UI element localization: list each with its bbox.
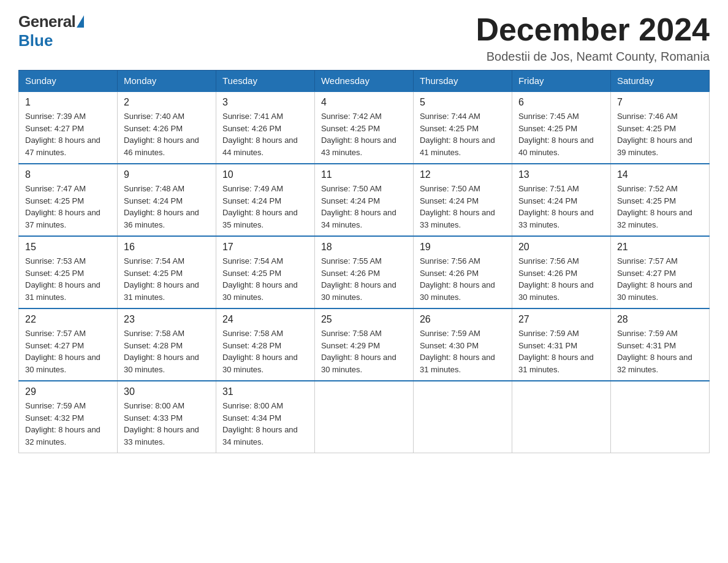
day-number: 10 <box>222 169 308 180</box>
day-info: Sunrise: 8:00 AM Sunset: 4:34 PM Dayligh… <box>222 400 308 448</box>
day-number: 16 <box>124 242 210 253</box>
day-info: Sunrise: 7:50 AM Sunset: 4:24 PM Dayligh… <box>321 183 407 231</box>
day-info: Sunrise: 7:45 AM Sunset: 4:25 PM Dayligh… <box>518 110 604 158</box>
day-number: 5 <box>420 97 506 108</box>
calendar-cell: 14 Sunrise: 7:52 AM Sunset: 4:25 PM Dayl… <box>610 164 709 236</box>
day-number: 29 <box>25 386 111 397</box>
day-info: Sunrise: 7:56 AM Sunset: 4:26 PM Dayligh… <box>518 255 604 303</box>
calendar-header-row: SundayMondayTuesdayWednesdayThursdayFrid… <box>19 71 710 92</box>
calendar-cell: 24 Sunrise: 7:58 AM Sunset: 4:28 PM Dayl… <box>216 308 314 381</box>
calendar-week-row: 1 Sunrise: 7:39 AM Sunset: 4:27 PM Dayli… <box>19 91 710 164</box>
day-number: 14 <box>617 169 703 180</box>
calendar-cell: 8 Sunrise: 7:47 AM Sunset: 4:25 PM Dayli… <box>19 164 118 236</box>
day-info: Sunrise: 7:55 AM Sunset: 4:26 PM Dayligh… <box>321 255 407 303</box>
day-info: Sunrise: 7:54 AM Sunset: 4:25 PM Dayligh… <box>124 255 210 303</box>
day-info: Sunrise: 7:57 AM Sunset: 4:27 PM Dayligh… <box>617 255 703 303</box>
calendar-cell <box>610 381 709 453</box>
logo-blue-text: Blue <box>18 31 53 50</box>
calendar-cell: 23 Sunrise: 7:58 AM Sunset: 4:28 PM Dayl… <box>117 308 216 381</box>
calendar-week-row: 8 Sunrise: 7:47 AM Sunset: 4:25 PM Dayli… <box>19 164 710 236</box>
day-info: Sunrise: 7:59 AM Sunset: 4:31 PM Dayligh… <box>617 327 703 375</box>
calendar-cell: 4 Sunrise: 7:42 AM Sunset: 4:25 PM Dayli… <box>314 91 413 164</box>
day-number: 26 <box>420 314 506 325</box>
calendar-cell: 31 Sunrise: 8:00 AM Sunset: 4:34 PM Dayl… <box>216 381 314 453</box>
day-info: Sunrise: 7:58 AM Sunset: 4:28 PM Dayligh… <box>222 327 308 375</box>
day-number: 17 <box>222 242 308 253</box>
calendar-week-row: 22 Sunrise: 7:57 AM Sunset: 4:27 PM Dayl… <box>19 308 710 381</box>
day-number: 19 <box>420 242 506 253</box>
day-number: 7 <box>617 97 703 108</box>
day-info: Sunrise: 7:52 AM Sunset: 4:25 PM Dayligh… <box>617 183 703 231</box>
calendar-cell <box>512 381 610 453</box>
calendar-cell: 19 Sunrise: 7:56 AM Sunset: 4:26 PM Dayl… <box>413 236 512 308</box>
month-title: December 2024 <box>476 12 710 47</box>
day-number: 1 <box>25 97 111 108</box>
day-info: Sunrise: 7:41 AM Sunset: 4:26 PM Dayligh… <box>222 110 308 158</box>
day-info: Sunrise: 7:59 AM Sunset: 4:30 PM Dayligh… <box>420 327 506 375</box>
weekday-header-sunday: Sunday <box>19 71 118 92</box>
calendar-cell: 1 Sunrise: 7:39 AM Sunset: 4:27 PM Dayli… <box>19 91 118 164</box>
day-number: 24 <box>222 314 308 325</box>
calendar-cell: 13 Sunrise: 7:51 AM Sunset: 4:24 PM Dayl… <box>512 164 610 236</box>
calendar-cell: 16 Sunrise: 7:54 AM Sunset: 4:25 PM Dayl… <box>117 236 216 308</box>
day-number: 15 <box>25 242 111 253</box>
day-info: Sunrise: 7:59 AM Sunset: 4:32 PM Dayligh… <box>25 400 111 448</box>
day-info: Sunrise: 7:40 AM Sunset: 4:26 PM Dayligh… <box>124 110 210 158</box>
calendar-cell <box>314 381 413 453</box>
calendar-week-row: 29 Sunrise: 7:59 AM Sunset: 4:32 PM Dayl… <box>19 381 710 453</box>
calendar-cell: 2 Sunrise: 7:40 AM Sunset: 4:26 PM Dayli… <box>117 91 216 164</box>
day-number: 31 <box>222 386 308 397</box>
calendar-cell: 11 Sunrise: 7:50 AM Sunset: 4:24 PM Dayl… <box>314 164 413 236</box>
day-info: Sunrise: 7:54 AM Sunset: 4:25 PM Dayligh… <box>222 255 308 303</box>
calendar-cell: 21 Sunrise: 7:57 AM Sunset: 4:27 PM Dayl… <box>610 236 709 308</box>
weekday-header-friday: Friday <box>512 71 610 92</box>
calendar-cell: 15 Sunrise: 7:53 AM Sunset: 4:25 PM Dayl… <box>19 236 118 308</box>
page-header: General Blue December 2024 Bodestii de J… <box>18 12 710 64</box>
calendar-cell: 9 Sunrise: 7:48 AM Sunset: 4:24 PM Dayli… <box>117 164 216 236</box>
title-block: December 2024 Bodestii de Jos, Neamt Cou… <box>476 12 710 64</box>
day-number: 27 <box>518 314 604 325</box>
day-number: 21 <box>617 242 703 253</box>
day-info: Sunrise: 8:00 AM Sunset: 4:33 PM Dayligh… <box>124 400 210 448</box>
weekday-header-monday: Monday <box>117 71 216 92</box>
day-number: 28 <box>617 314 703 325</box>
day-info: Sunrise: 7:58 AM Sunset: 4:29 PM Dayligh… <box>321 327 407 375</box>
logo: General Blue <box>18 12 84 50</box>
day-info: Sunrise: 7:50 AM Sunset: 4:24 PM Dayligh… <box>420 183 506 231</box>
day-info: Sunrise: 7:56 AM Sunset: 4:26 PM Dayligh… <box>420 255 506 303</box>
day-number: 8 <box>25 169 111 180</box>
day-info: Sunrise: 7:48 AM Sunset: 4:24 PM Dayligh… <box>124 183 210 231</box>
day-number: 23 <box>124 314 210 325</box>
calendar-cell: 27 Sunrise: 7:59 AM Sunset: 4:31 PM Dayl… <box>512 308 610 381</box>
day-info: Sunrise: 7:51 AM Sunset: 4:24 PM Dayligh… <box>518 183 604 231</box>
day-number: 2 <box>124 97 210 108</box>
day-number: 12 <box>420 169 506 180</box>
calendar-cell: 29 Sunrise: 7:59 AM Sunset: 4:32 PM Dayl… <box>19 381 118 453</box>
calendar-cell: 26 Sunrise: 7:59 AM Sunset: 4:30 PM Dayl… <box>413 308 512 381</box>
day-info: Sunrise: 7:46 AM Sunset: 4:25 PM Dayligh… <box>617 110 703 158</box>
calendar-cell: 5 Sunrise: 7:44 AM Sunset: 4:25 PM Dayli… <box>413 91 512 164</box>
day-number: 6 <box>518 97 604 108</box>
calendar-cell: 17 Sunrise: 7:54 AM Sunset: 4:25 PM Dayl… <box>216 236 314 308</box>
calendar-cell: 6 Sunrise: 7:45 AM Sunset: 4:25 PM Dayli… <box>512 91 610 164</box>
day-number: 13 <box>518 169 604 180</box>
day-number: 4 <box>321 97 407 108</box>
calendar-cell: 18 Sunrise: 7:55 AM Sunset: 4:26 PM Dayl… <box>314 236 413 308</box>
day-info: Sunrise: 7:44 AM Sunset: 4:25 PM Dayligh… <box>420 110 506 158</box>
calendar-table: SundayMondayTuesdayWednesdayThursdayFrid… <box>18 70 710 453</box>
calendar-cell: 7 Sunrise: 7:46 AM Sunset: 4:25 PM Dayli… <box>610 91 709 164</box>
calendar-cell: 3 Sunrise: 7:41 AM Sunset: 4:26 PM Dayli… <box>216 91 314 164</box>
calendar-cell: 22 Sunrise: 7:57 AM Sunset: 4:27 PM Dayl… <box>19 308 118 381</box>
day-number: 18 <box>321 242 407 253</box>
day-number: 9 <box>124 169 210 180</box>
day-info: Sunrise: 7:53 AM Sunset: 4:25 PM Dayligh… <box>25 255 111 303</box>
calendar-cell: 28 Sunrise: 7:59 AM Sunset: 4:31 PM Dayl… <box>610 308 709 381</box>
location-subtitle: Bodestii de Jos, Neamt County, Romania <box>476 50 710 64</box>
day-number: 30 <box>124 386 210 397</box>
calendar-cell: 20 Sunrise: 7:56 AM Sunset: 4:26 PM Dayl… <box>512 236 610 308</box>
weekday-header-saturday: Saturday <box>610 71 709 92</box>
logo-general-text: General <box>18 12 75 31</box>
day-info: Sunrise: 7:49 AM Sunset: 4:24 PM Dayligh… <box>222 183 308 231</box>
day-number: 11 <box>321 169 407 180</box>
weekday-header-tuesday: Tuesday <box>216 71 314 92</box>
